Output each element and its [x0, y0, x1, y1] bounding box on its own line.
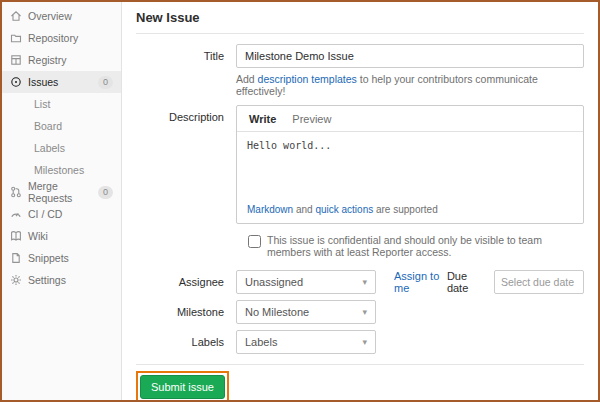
sidebar-item-repository[interactable]: Repository: [2, 27, 121, 49]
title-divider: [136, 33, 584, 34]
description-templates-link[interactable]: description templates: [258, 73, 357, 85]
sidebar-item-label: Wiki: [28, 230, 48, 242]
sidebar-item-issues-milestones[interactable]: Milestones: [2, 159, 121, 181]
sidebar-item-label: Merge Requests: [28, 180, 92, 204]
markdown-help-text: Markdown and quick actions are supported: [237, 202, 583, 223]
milestone-select[interactable]: No Milestone ▾: [236, 300, 376, 324]
sidebar-item-registry[interactable]: Registry: [2, 49, 121, 71]
assignee-row: Assignee Unassigned ▾ Assign to me Due d…: [136, 270, 584, 294]
milestone-row: Milestone No Milestone ▾: [136, 300, 584, 324]
annotation-highlight: Submit issue: [136, 371, 229, 400]
tab-preview[interactable]: Preview: [292, 113, 331, 125]
sidebar-item-label: Milestones: [34, 164, 84, 176]
milestone-label: Milestone: [136, 300, 236, 324]
issues-icon: [10, 76, 22, 88]
registry-icon: [10, 54, 22, 66]
sidebar-item-issues-list[interactable]: List: [2, 93, 121, 115]
sidebar-item-label: CI / CD: [28, 208, 62, 220]
merge-requests-icon: [10, 186, 22, 198]
chevron-down-icon: ▾: [362, 308, 367, 317]
assignee-label: Assignee: [136, 270, 236, 294]
sidebar: Overview Repository Registry Issues 0 Li…: [2, 2, 122, 400]
merge-requests-count-badge: 0: [98, 186, 113, 199]
markdown-editor-tabs: Write Preview: [237, 106, 583, 132]
settings-icon: [10, 274, 22, 286]
submit-bar: Submit issue: [136, 365, 584, 400]
sidebar-item-label: Board: [34, 120, 62, 132]
assignee-field: Unassigned ▾ Assign to me Due date: [236, 270, 584, 294]
sidebar-item-label: Snippets: [28, 252, 69, 264]
main-content: New Issue Title Add description template…: [122, 2, 598, 400]
sidebar-item-merge-requests[interactable]: Merge Requests 0: [2, 181, 121, 203]
labels-field: Labels ▾: [236, 330, 584, 354]
description-label: Description: [136, 105, 236, 224]
sidebar-item-label: Overview: [28, 10, 72, 22]
milestone-select-value: No Milestone: [245, 306, 309, 318]
sidebar-item-label: Repository: [28, 32, 78, 44]
title-field: Add description templates to help your c…: [236, 44, 584, 97]
markdown-link[interactable]: Markdown: [247, 204, 293, 215]
footer-and: and: [293, 204, 315, 215]
title-help-text: Add description templates to help your c…: [236, 73, 584, 97]
repository-icon: [10, 32, 22, 44]
assignee-select[interactable]: Unassigned ▾: [236, 270, 376, 294]
tab-write[interactable]: Write: [249, 113, 276, 125]
labels-select[interactable]: Labels ▾: [236, 330, 376, 354]
help-prefix: Add: [236, 73, 258, 85]
description-row: Description Write Preview Hello world...…: [136, 105, 584, 224]
sidebar-item-overview[interactable]: Overview: [2, 5, 121, 27]
submit-issue-button[interactable]: Submit issue: [140, 375, 225, 399]
ci-cd-icon: [10, 208, 22, 220]
chevron-down-icon: ▾: [362, 338, 367, 347]
wiki-icon: [10, 230, 22, 242]
title-row: Title Add description templates to help …: [136, 44, 584, 97]
sidebar-item-label: List: [34, 98, 50, 110]
labels-row: Labels Labels ▾: [136, 330, 584, 354]
sidebar-item-settings[interactable]: Settings: [2, 269, 121, 291]
assignee-select-value: Unassigned: [245, 276, 303, 288]
confidential-label: This issue is confidential and should on…: [267, 234, 584, 258]
due-date-input[interactable]: [494, 270, 584, 294]
sidebar-item-label: Labels: [34, 142, 65, 154]
description-field: Write Preview Hello world... Markdown an…: [236, 105, 584, 224]
description-textarea[interactable]: Hello world...: [237, 132, 583, 202]
chevron-down-icon: ▾: [362, 278, 367, 287]
sidebar-item-snippets[interactable]: Snippets: [2, 247, 121, 269]
milestone-field: No Milestone ▾: [236, 300, 584, 324]
sidebar-item-label: Settings: [28, 274, 66, 286]
markdown-editor: Write Preview Hello world... Markdown an…: [236, 105, 584, 224]
sidebar-item-issues[interactable]: Issues 0: [2, 71, 121, 93]
sidebar-item-label: Issues: [28, 76, 58, 88]
snippets-icon: [10, 252, 22, 264]
sidebar-item-issues-board[interactable]: Board: [2, 115, 121, 137]
sidebar-item-ci-cd[interactable]: CI / CD: [2, 203, 121, 225]
title-label: Title: [136, 44, 236, 97]
footer-suffix: are supported: [373, 204, 438, 215]
confidential-checkbox[interactable]: [248, 235, 261, 248]
sidebar-item-label: Registry: [28, 54, 67, 66]
quick-actions-link[interactable]: quick actions: [315, 204, 373, 215]
labels-label: Labels: [136, 330, 236, 354]
sidebar-item-wiki[interactable]: Wiki: [2, 225, 121, 247]
title-input[interactable]: [236, 44, 584, 68]
due-date-label: Due date: [447, 270, 484, 294]
assign-to-me-link[interactable]: Assign to me: [394, 270, 447, 294]
sidebar-item-issues-labels[interactable]: Labels: [2, 137, 121, 159]
overview-icon: [10, 10, 22, 22]
labels-select-value: Labels: [245, 336, 277, 348]
confidential-row: This issue is confidential and should on…: [248, 234, 584, 258]
app-window: Overview Repository Registry Issues 0 Li…: [0, 0, 600, 402]
page-title: New Issue: [136, 10, 584, 33]
issues-count-badge: 0: [98, 76, 113, 89]
